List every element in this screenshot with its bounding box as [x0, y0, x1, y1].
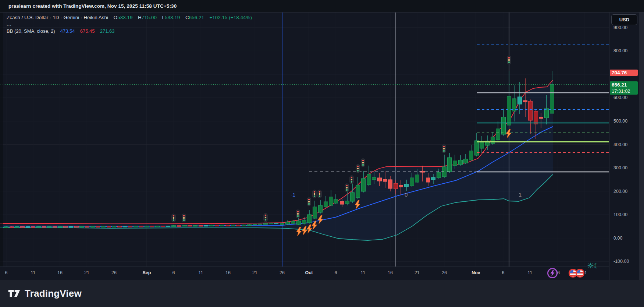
candle — [193, 225, 198, 226]
currency-toggle-button[interactable]: USD — [611, 14, 637, 25]
price-tick: 500.00 — [613, 119, 627, 124]
candle — [248, 224, 252, 225]
time-tick: 26 — [280, 270, 285, 275]
candle — [42, 226, 46, 227]
tradingview-logo-icon[interactable] — [8, 287, 21, 299]
candle — [80, 226, 84, 227]
vline-label: 0 — [405, 191, 408, 198]
candle — [242, 225, 246, 226]
candle — [21, 226, 25, 227]
traffic-light-marker — [313, 190, 316, 198]
open-label: O — [114, 15, 118, 20]
candle — [128, 226, 132, 227]
candle — [297, 218, 301, 225]
bb-upper-value: 675.45 — [80, 28, 95, 34]
traffic-light-marker — [507, 56, 511, 64]
candle — [53, 226, 57, 227]
price-tick: 400.00 — [613, 142, 627, 147]
high-value: 715.00 — [142, 15, 157, 20]
candle — [313, 201, 317, 219]
time-tick: 6 — [335, 270, 337, 275]
candle — [448, 153, 452, 173]
traffic-light-marker — [361, 159, 365, 167]
candle — [37, 226, 41, 227]
price-tick: 200.00 — [613, 189, 627, 194]
low-value: 533.19 — [165, 15, 180, 20]
time-axis[interactable]: 611162126Sep611162126Oct611162126Nov6111… — [0, 267, 609, 280]
time-tick: 21 — [84, 270, 89, 275]
footer-bar: TradingView — [0, 280, 644, 307]
watermark-header: praslearn created with TradingView.com, … — [0, 0, 644, 13]
candle — [253, 224, 257, 225]
candle — [231, 225, 235, 226]
bar-countdown: 17:31:02 — [612, 88, 638, 94]
vline-label: 1 — [519, 191, 522, 198]
change-value: +102.15 (+18.44%) — [209, 15, 252, 20]
time-tick: 6 — [172, 270, 175, 275]
traffic-light-marker — [350, 176, 353, 184]
time-tick: 16 — [388, 270, 393, 275]
candle — [31, 226, 35, 227]
last-price-badge: 656.21 17:31:02 — [610, 81, 638, 95]
candle — [307, 210, 312, 223]
candle — [75, 226, 79, 227]
time-tick: 16 — [225, 270, 231, 275]
price-tick: 800.00 — [613, 48, 627, 53]
candle — [161, 226, 165, 227]
bb-indicator-row[interactable]: BB (20, SMA, close, 2) 473.54 675.45 271… — [7, 28, 252, 34]
bollinger-bands-layer — [0, 80, 553, 240]
candle — [550, 71, 554, 113]
time-tick: 26 — [442, 270, 447, 275]
candle — [156, 226, 160, 227]
us-flag-icon — [576, 269, 584, 278]
tradingview-logo-text[interactable]: TradingView — [25, 288, 82, 299]
candle — [459, 155, 463, 166]
legend-more-button[interactable]: ... — [7, 22, 252, 27]
candle — [123, 226, 127, 227]
bb-fill — [0, 80, 553, 240]
time-tick: Sep — [143, 270, 151, 275]
candle — [47, 226, 51, 227]
price-chart-canvas[interactable]: -101 — [0, 13, 609, 267]
symbol-ohlc-row[interactable]: Zcash / U.S. Dollar · 1D · Gemini · Heik… — [7, 15, 252, 20]
time-tick: Oct — [305, 270, 313, 275]
time-tick: 21 — [252, 270, 257, 275]
candle — [118, 226, 122, 227]
candle — [15, 226, 19, 227]
candle — [226, 225, 230, 226]
price-tick: 100.00 — [613, 212, 627, 217]
tradingview-screenshot: praslearn created with TradingView.com, … — [0, 0, 644, 307]
bb-lower-value: 271.63 — [100, 28, 115, 34]
candle — [145, 226, 149, 227]
candle — [188, 225, 192, 226]
candle — [220, 225, 224, 226]
bb-basis-value: 473.54 — [60, 28, 75, 34]
right-gutter — [639, 13, 644, 280]
time-tick: 11 — [361, 270, 366, 275]
time-tick: 11 — [528, 270, 533, 275]
candle — [215, 225, 219, 226]
candle — [112, 226, 116, 227]
candle — [150, 226, 154, 227]
time-tick: 26 — [111, 270, 117, 275]
indicator-price-badge: 704.76 — [610, 70, 638, 76]
open-value: 533.19 — [117, 15, 132, 20]
candle — [362, 171, 366, 193]
candle — [236, 225, 241, 226]
candle — [319, 200, 323, 214]
candle — [356, 177, 360, 199]
time-tick: 6 — [5, 270, 8, 275]
symbol-title: Zcash / U.S. Dollar · 1D · Gemini · Heik… — [7, 15, 108, 20]
price-tick: 600.00 — [613, 95, 627, 100]
candle — [258, 223, 262, 225]
candle — [367, 166, 371, 186]
price-tick: 300.00 — [613, 165, 627, 170]
chart-pane[interactable]: -101 Zcash / U.S. Dollar · 1D · Gemini ·… — [0, 13, 609, 267]
candle — [210, 225, 214, 226]
time-tick: 6 — [502, 270, 505, 275]
price-axis[interactable]: USD 704.76 656.21 17:31:02 900.00800.006… — [609, 13, 639, 280]
price-tick: -100.00 — [613, 259, 629, 264]
candle — [177, 225, 181, 226]
candle — [4, 226, 8, 227]
chart-legend: Zcash / U.S. Dollar · 1D · Gemini · Heik… — [7, 15, 252, 34]
